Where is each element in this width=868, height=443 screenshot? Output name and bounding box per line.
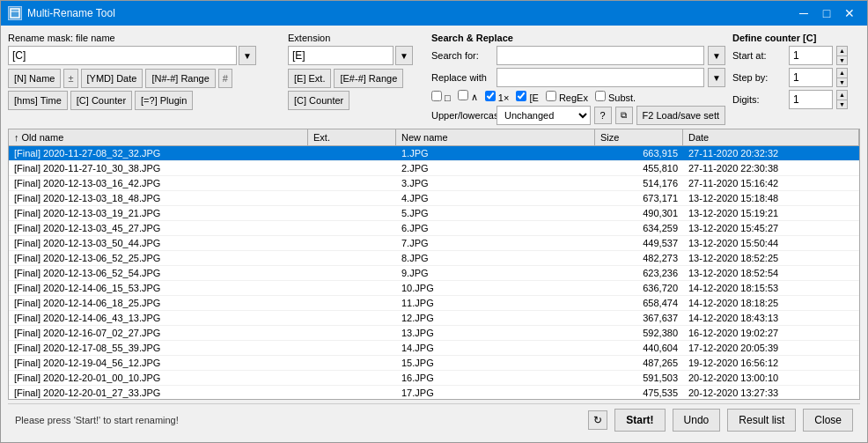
table-row[interactable]: [Final] 2020-12-14-06_18_25.JPG 11.JPG 6… — [9, 296, 859, 311]
table-row[interactable]: [Final] 2020-12-16-07_02_27.JPG 13.JPG 5… — [9, 326, 859, 341]
maximize-button[interactable]: □ — [816, 4, 837, 22]
btn-plugin[interactable]: [=?] Plugin — [135, 91, 193, 110]
table-row[interactable]: [Final] 2020-12-13-06_52_25.JPG 8.JPG 48… — [9, 251, 859, 266]
cell-ext — [308, 146, 396, 160]
btn-time[interactable]: [hms] Time — [8, 91, 68, 110]
replace-dropdown-btn[interactable]: ▼ — [708, 68, 725, 87]
cb-once[interactable]: 1× — [485, 91, 510, 103]
start-at-input[interactable]: 1 — [789, 46, 833, 65]
cell-new-name: 1.JPG — [396, 146, 595, 160]
table-row[interactable]: [Final] 2020-12-14-06_43_13.JPG 12.JPG 3… — [9, 311, 859, 326]
header-ext: Ext. — [308, 129, 396, 145]
search-for-input[interactable] — [497, 46, 704, 65]
table-row[interactable]: [Final] 2020-12-20-01_27_33.JPG 17.JPG 4… — [9, 386, 859, 399]
btn-ext[interactable]: [E] Ext. — [288, 69, 331, 88]
table-row[interactable]: [Final] 2020-11-27-08_32_32.JPG 1.JPG 66… — [9, 146, 859, 161]
cell-size: 455,810 — [595, 161, 683, 175]
cb-regex[interactable]: RegEx — [546, 91, 588, 103]
cell-old-name: [Final] 2020-12-20-01_00_10.JPG — [9, 371, 308, 385]
extension-label: Extension — [288, 33, 424, 43]
digits-down[interactable]: ▼ — [837, 100, 847, 109]
table-row[interactable]: [Final] 2020-12-13-06_52_54.JPG 9.JPG 62… — [9, 266, 859, 281]
title-controls: ─ □ ✕ — [793, 4, 860, 22]
cb-check[interactable]: [E — [516, 91, 538, 103]
btn-counter[interactable]: [C] Counter — [70, 91, 132, 110]
cell-size: 482,273 — [595, 251, 683, 265]
cell-date: 13-12-2020 18:52:25 — [683, 251, 859, 265]
step-by-input[interactable]: 1 — [789, 68, 833, 87]
step-by-spin: ▲ ▼ — [836, 68, 848, 87]
case-label: Upper/lowercase — [431, 110, 493, 121]
btn-ext-counter[interactable]: [C] Counter — [288, 91, 349, 110]
btn-date[interactable]: [YMD] Date — [81, 69, 143, 88]
replace-with-input[interactable] — [497, 68, 704, 87]
start-at-up[interactable]: ▲ — [837, 47, 847, 56]
btn-hash[interactable]: # — [218, 69, 232, 88]
rename-buttons: [N] Name ± [YMD] Date [N#-#] Range # [hm… — [8, 69, 281, 110]
table-row[interactable]: [Final] 2020-12-19-04_56_12.JPG 15.JPG 4… — [9, 356, 859, 371]
digits-label: Digits: — [732, 94, 785, 105]
close-button[interactable]: ✕ — [839, 4, 860, 22]
case-select[interactable]: Unchanged UPPERCASE lowercase — [497, 106, 591, 125]
start-at-row: Start at: 1 ▲ ▼ — [732, 46, 860, 65]
table-row[interactable]: [Final] 2020-12-13-03_16_42.JPG 3.JPG 51… — [9, 176, 859, 191]
table-row[interactable]: [Final] 2020-12-13-03_18_48.JPG 4.JPG 67… — [9, 191, 859, 206]
list-body[interactable]: [Final] 2020-11-27-08_32_32.JPG 1.JPG 66… — [9, 146, 859, 399]
cell-date: 14-12-2020 18:15:53 — [683, 281, 859, 295]
cell-new-name: 4.JPG — [396, 191, 595, 205]
table-row[interactable]: [Final] 2020-12-13-03_19_21.JPG 5.JPG 49… — [9, 206, 859, 221]
cell-new-name: 15.JPG — [396, 356, 595, 370]
close-btn[interactable]: Close — [803, 409, 853, 432]
table-row[interactable]: [Final] 2020-12-13-03_50_44.JPG 7.JPG 44… — [9, 236, 859, 251]
rename-mask-input[interactable]: [C] — [8, 46, 237, 65]
minimize-button[interactable]: ─ — [793, 4, 814, 22]
cell-old-name: [Final] 2020-11-27-08_32_32.JPG — [9, 146, 308, 160]
table-row[interactable]: [Final] 2020-12-20-01_00_10.JPG 16.JPG 5… — [9, 371, 859, 386]
table-row[interactable]: [Final] 2020-12-14-06_15_53.JPG 10.JPG 6… — [9, 281, 859, 296]
cell-old-name: [Final] 2020-12-13-06_52_54.JPG — [9, 266, 308, 280]
rename-dropdown-btn[interactable]: ▼ — [239, 46, 256, 65]
app-icon — [8, 6, 22, 20]
question-btn[interactable]: ? — [594, 107, 612, 124]
copy-btn[interactable]: ⧉ — [615, 107, 633, 124]
result-list-btn[interactable]: Result list — [727, 409, 796, 432]
title-bar-left: Multi-Rename Tool — [8, 6, 115, 20]
main-window: Multi-Rename Tool ─ □ ✕ Rename mask: fil… — [0, 0, 868, 443]
btn-range[interactable]: [N#-#] Range — [145, 69, 215, 88]
btn-ext-range[interactable]: [E#-#] Range — [334, 69, 403, 88]
start-btn[interactable]: Start! — [614, 409, 665, 432]
cb-square[interactable]: □ — [431, 91, 451, 103]
step-by-up[interactable]: ▲ — [837, 69, 847, 78]
cell-ext — [308, 296, 396, 310]
search-dropdown-btn[interactable]: ▼ — [708, 46, 725, 65]
cell-date: 19-12-2020 16:56:12 — [683, 356, 859, 370]
replace-with-row: Replace with ▼ — [431, 68, 725, 87]
refresh-btn[interactable]: ↻ — [588, 410, 607, 430]
table-row[interactable]: [Final] 2020-12-13-03_45_27.JPG 6.JPG 63… — [9, 221, 859, 236]
cell-ext — [308, 251, 396, 265]
table-row[interactable]: [Final] 2020-12-17-08_55_39.JPG 14.JPG 4… — [9, 341, 859, 356]
cell-ext — [308, 191, 396, 205]
btn-plusminus[interactable]: ± — [63, 69, 77, 88]
cb-subst[interactable]: Subst. — [595, 91, 636, 103]
digits-up[interactable]: ▲ — [837, 91, 847, 100]
step-by-row: Step by: 1 ▲ ▼ — [732, 68, 860, 87]
cb-caret[interactable]: ∧ — [458, 90, 478, 103]
cell-date: 17-12-2020 20:05:39 — [683, 341, 859, 355]
cell-ext — [308, 206, 396, 220]
title-bar: Multi-Rename Tool ─ □ ✕ — [1, 1, 867, 26]
header-old-name: ↑ Old name — [9, 129, 308, 145]
cell-ext — [308, 341, 396, 355]
table-row[interactable]: [Final] 2020-11-27-10_30_38.JPG 2.JPG 45… — [9, 161, 859, 176]
cell-old-name: [Final] 2020-12-20-01_27_33.JPG — [9, 386, 308, 399]
digits-input[interactable]: 1 — [789, 90, 833, 109]
f2-btn[interactable]: F2 Load/save sett — [636, 106, 725, 125]
extension-dropdown-btn[interactable]: ▼ — [395, 46, 413, 65]
cell-new-name: 17.JPG — [396, 386, 595, 399]
extension-input[interactable]: [E] — [288, 46, 394, 65]
cell-date: 20-12-2020 13:00:10 — [683, 371, 859, 385]
start-at-down[interactable]: ▼ — [837, 56, 847, 65]
btn-name[interactable]: [N] Name — [8, 69, 61, 88]
step-by-down[interactable]: ▼ — [837, 78, 847, 87]
undo-btn[interactable]: Undo — [673, 409, 721, 432]
